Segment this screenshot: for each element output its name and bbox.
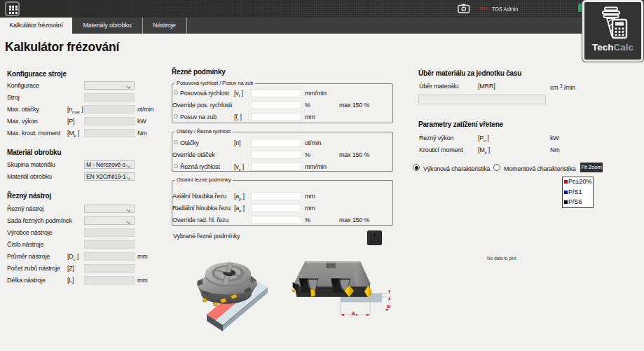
svg-text:p: p	[385, 309, 390, 312]
svg-text:e: e	[356, 312, 358, 317]
